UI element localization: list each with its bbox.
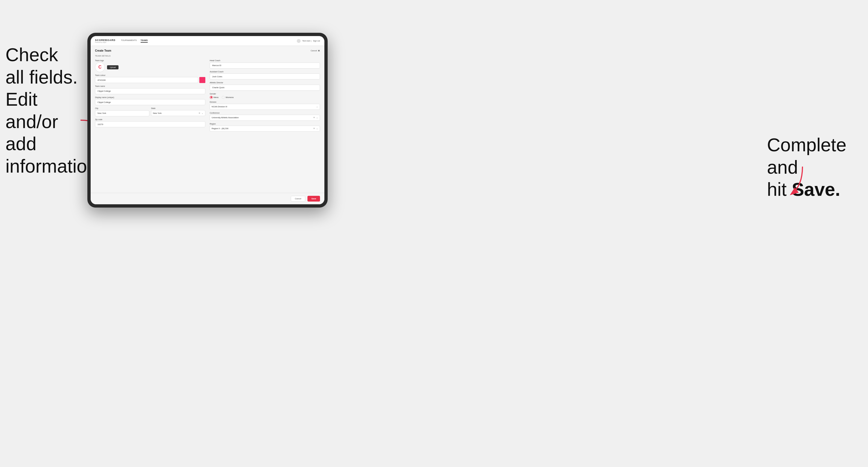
gender-mens-radio[interactable] (210, 96, 213, 99)
team-logo-group: Team logo C Upload (95, 60, 205, 72)
logo-sub: Powered by clippd (95, 41, 116, 43)
city-label: City (95, 107, 149, 109)
user-label: Test User | (302, 40, 311, 42)
gender-mens-option[interactable]: Mens (210, 96, 218, 99)
upload-button[interactable]: Upload (107, 65, 119, 69)
team-logo-circle: C (95, 62, 105, 72)
division-group: Division NCAA Division III ⌄ (210, 101, 320, 110)
cancel-footer-button[interactable]: Cancel (291, 196, 305, 201)
arrow-right-icon (781, 164, 813, 197)
nav-tournaments[interactable]: TOURNAMENTS (121, 39, 137, 42)
gender-row: Mens Womens (210, 96, 320, 99)
team-colour-group: Team colour (95, 74, 205, 83)
left-column: Team logo C Upload Team colour (95, 60, 205, 134)
region-label: Region (210, 123, 320, 125)
division-select[interactable]: NCAA Division III ⌄ (210, 104, 320, 110)
team-name-input[interactable] (95, 88, 205, 94)
instruction-line1: Check all fields. (5, 44, 78, 87)
division-label: Division (210, 101, 320, 103)
logo-text: SCOREBOARD (95, 39, 116, 41)
instruction-line2: Edit and/or add (5, 89, 58, 154)
team-name-group: Team name (95, 85, 205, 94)
app-logo: SCOREBOARD Powered by clippd (95, 39, 116, 43)
city-state-row: City State New York ✕ ⌄ (95, 107, 205, 116)
athletic-director-input[interactable] (210, 85, 320, 91)
team-colour-input[interactable] (95, 77, 198, 83)
team-colour-label: Team colour (95, 74, 205, 76)
city-input[interactable] (95, 110, 149, 116)
main-content: Create Team Cancel ✕ TEAM DETAILS Team l… (91, 46, 324, 193)
state-group: State New York ✕ ⌄ (151, 107, 205, 116)
gender-label: Gender (210, 93, 320, 95)
assistant-coach-input[interactable] (210, 73, 320, 80)
conference-chevron-icon: ⌄ (316, 116, 318, 119)
region-select[interactable]: Region II - (M) DIII ✕ ⌄ (210, 126, 320, 132)
region-group: Region Region II - (M) DIII ✕ ⌄ (210, 123, 320, 132)
tablet-screen: SCOREBOARD Powered by clippd TOURNAMENTS… (91, 36, 324, 204)
athletic-director-group: Athletic Director (210, 82, 320, 91)
section-label: TEAM DETAILS (95, 55, 320, 57)
nav-teams[interactable]: TEAMS (141, 39, 148, 42)
conference-clear-icon[interactable]: ✕ (313, 116, 315, 119)
save-button[interactable]: Save (307, 196, 320, 201)
assistant-coach-group: Assistant Coach (210, 71, 320, 80)
nav-links: TOURNAMENTS TEAMS (121, 39, 297, 42)
team-logo-label: Team logo (95, 60, 205, 61)
conference-select[interactable]: University Athletic Association ✕ ⌄ (210, 115, 320, 121)
zip-input[interactable] (95, 121, 205, 127)
display-name-group: Display name (unique) (95, 96, 205, 105)
gender-womens-option[interactable]: Womens (222, 96, 234, 99)
top-nav: SCOREBOARD Powered by clippd TOURNAMENTS… (91, 36, 324, 46)
gender-womens-radio[interactable] (222, 96, 225, 99)
tablet-frame: SCOREBOARD Powered by clippd TOURNAMENTS… (87, 33, 328, 208)
head-coach-input[interactable] (210, 63, 320, 68)
region-chevron-icon: ⌄ (316, 127, 318, 130)
nav-user: Test User | Sign out (297, 39, 320, 43)
city-state-group: City State New York ✕ ⌄ (95, 107, 205, 116)
state-clear-icon[interactable]: ✕ (198, 112, 200, 115)
conference-label: Conference (210, 112, 320, 114)
city-group: City (95, 107, 149, 116)
form-header: Create Team Cancel ✕ (95, 49, 320, 52)
colour-input-row (95, 77, 205, 83)
state-chevron-icon: ⌄ (202, 112, 204, 115)
head-coach-group: Head Coach (210, 60, 320, 68)
team-name-label: Team name (95, 85, 205, 87)
athletic-director-label: Athletic Director (210, 82, 320, 84)
user-avatar (297, 39, 301, 43)
display-name-input[interactable] (95, 99, 205, 105)
display-name-label: Display name (unique) (95, 96, 205, 98)
form-columns: Team logo C Upload Team colour (95, 60, 320, 134)
state-label: State (151, 107, 205, 109)
sign-out-link[interactable]: Sign out (313, 40, 320, 42)
logo-upload-area: C Upload (95, 62, 205, 72)
form-footer: Cancel Save (91, 193, 324, 204)
state-select[interactable]: New York ✕ ⌄ (151, 110, 205, 116)
zip-label: Zip code (95, 119, 205, 120)
cancel-top-btn[interactable]: Cancel ✕ (311, 50, 320, 52)
right-column: Head Coach Assistant Coach Athletic Dire… (210, 60, 320, 134)
conference-group: Conference University Athletic Associati… (210, 112, 320, 121)
head-coach-label: Head Coach (210, 60, 320, 61)
zip-code-group: Zip code (95, 119, 205, 128)
division-chevron-icon: ⌄ (316, 105, 318, 108)
assistant-coach-label: Assistant Coach (210, 71, 320, 73)
gender-group: Gender Mens Womens (210, 93, 320, 99)
region-clear-icon[interactable]: ✕ (313, 127, 315, 130)
instruction-left: Check all fields. Edit and/or add inform… (5, 44, 79, 178)
form-title: Create Team (95, 49, 111, 52)
colour-swatch (199, 77, 205, 83)
